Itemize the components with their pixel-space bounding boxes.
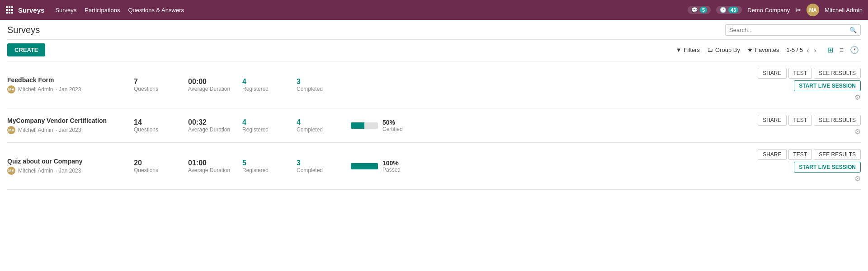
completed-col: 3 Completed [297,78,351,92]
questions-count: 20 [134,159,188,167]
registered-label: Registered [242,86,297,92]
row-settings-icon[interactable]: ⚙ [854,93,861,102]
groupby-icon: 🗂 [707,47,713,53]
survey-date: · Jan 2023 [56,168,81,174]
certified-label: Certified [382,126,403,132]
see-results-button[interactable]: SEE RESULTS [814,68,861,79]
test-button[interactable]: TEST [788,115,812,126]
page-title: Surveys [7,25,725,35]
share-button[interactable]: SHARE [758,115,786,126]
author-avatar: MA [7,126,15,134]
survey-meta: MA Mitchell Admin · Jan 2023 [7,167,134,175]
nav-surveys[interactable]: Surveys [55,5,76,15]
completed-count: 4 [297,118,351,126]
duration-label: Average Duration [188,86,242,92]
duration-label: Average Duration [188,167,242,173]
author-name: Mitchell Admin [18,168,53,174]
star-icon: ★ [747,47,753,53]
svg-rect-0 [6,6,8,8]
chat-icon: 💬 [691,7,698,13]
favorites-button[interactable]: ★ Favorites [747,47,779,53]
filters-button[interactable]: ▼ Filters [676,47,700,53]
search-icon: 🔍 [849,27,857,33]
pagination-next[interactable]: › [812,46,818,55]
survey-meta: MA Mitchell Admin · Jan 2023 [7,85,134,93]
action-row: CREATE ▼ Filters 🗂 Group By ★ Favorites … [7,43,861,56]
avatar-initials: MA [809,7,817,13]
search-input[interactable] [729,27,847,33]
pagination: 1-5 / 5 ‹ › [786,46,818,55]
duration-label: Average Duration [188,126,242,133]
list-view-icon[interactable]: ≡ [838,45,845,55]
search-box: 🔍 [725,24,861,36]
svg-rect-5 [11,9,13,11]
start-live-session-button[interactable]: START LIVE SESSION [794,80,861,91]
view-icons: ⊞ ≡ 🕐 [826,45,861,55]
completed-label: Completed [297,86,351,92]
test-button[interactable]: TEST [788,68,812,79]
action-buttons: SHARETESTSEE RESULTS [758,68,861,79]
questions-label: Questions [134,126,188,133]
company-name: Demo Company [747,7,790,14]
certified-pct: 100% [382,159,399,167]
activity-view-icon[interactable]: 🕐 [848,45,861,55]
groupby-label: Group By [715,47,740,53]
share-button[interactable]: SHARE [758,149,786,160]
filters-label: Filters [684,47,700,53]
author-name: Mitchell Admin [18,127,53,133]
nav-questions-answers[interactable]: Questions & Answers [128,5,184,15]
questions-count: 14 [134,118,188,126]
see-results-button[interactable]: SEE RESULTS [814,115,861,126]
registered-count: 4 [242,78,297,86]
avg-duration: 01:00 [188,159,242,167]
create-button[interactable]: CREATE [7,43,45,56]
clock-icon: 🕐 [720,7,726,13]
start-live-session-button[interactable]: START LIVE SESSION [794,162,861,173]
user-name: Mitchell Admin [825,7,863,14]
favorites-label: Favorites [755,47,779,53]
row-settings-icon[interactable]: ⚙ [854,127,861,136]
test-button[interactable]: TEST [788,149,812,160]
avg-duration: 00:32 [188,118,242,126]
completed-count: 3 [297,159,351,167]
svg-rect-8 [11,12,13,14]
questions-label: Questions [134,86,188,92]
survey-name-col: MyCompany Vendor Certification MA Mitche… [7,117,134,134]
kanban-view-icon[interactable]: ⊞ [826,45,835,55]
author-name: Mitchell Admin [18,86,53,93]
actions-col: SHARETESTSEE RESULTS START LIVE SESSION … [758,68,861,102]
share-button[interactable]: SHARE [758,68,786,79]
survey-row: Feedback Form MA Mitchell Admin · Jan 20… [7,61,861,108]
row-settings-icon[interactable]: ⚙ [854,174,861,183]
completed-col: 3 Completed [297,159,351,173]
survey-row: MyCompany Vendor Certification MA Mitche… [7,108,861,142]
survey-meta: MA Mitchell Admin · Jan 2023 [7,126,134,134]
registered-count: 4 [242,118,297,126]
chat-badge[interactable]: 💬 5 [688,6,711,14]
survey-date: · Jan 2023 [56,86,81,93]
registered-count: 5 [242,159,297,167]
author-avatar: MA [7,85,15,93]
groupby-button[interactable]: 🗂 Group By [707,47,740,53]
survey-list: Feedback Form MA Mitchell Admin · Jan 20… [7,61,861,190]
actions-col: SHARETESTSEE RESULTS ⚙ [758,115,861,136]
svg-rect-6 [6,12,8,14]
see-results-button[interactable]: SEE RESULTS [814,149,861,160]
survey-date: · Jan 2023 [56,127,81,133]
completed-label: Completed [297,167,351,173]
clock-badge[interactable]: 🕐 43 [716,6,742,14]
author-avatar: MA [7,167,15,175]
progress-fill [351,122,364,129]
grid-icon[interactable] [5,6,14,14]
avatar[interactable]: MA [807,4,819,16]
survey-row: Quiz about our Company MA Mitchell Admin… [7,142,861,190]
survey-title: Quiz about our Company [7,158,134,165]
tools-icon[interactable]: ✂ [795,6,801,14]
progress-bar [351,163,378,169]
duration-col: 00:32 Average Duration [188,118,242,133]
survey-name-col: Feedback Form MA Mitchell Admin · Jan 20… [7,76,134,93]
nav-participations[interactable]: Participations [85,5,120,15]
survey-title: MyCompany Vendor Certification [7,117,134,124]
pagination-prev[interactable]: ‹ [805,46,811,55]
questions-count: 7 [134,78,188,86]
